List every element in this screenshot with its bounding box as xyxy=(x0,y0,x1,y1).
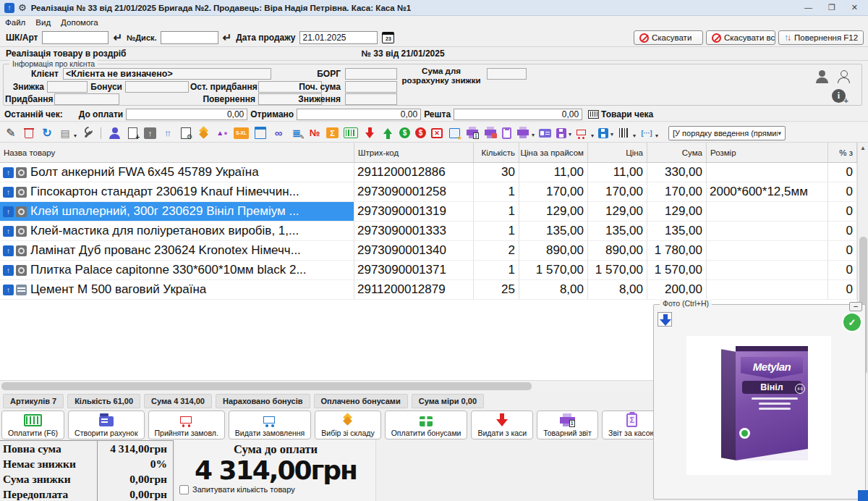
dollar-red-icon[interactable] xyxy=(415,127,426,138)
collapse-panel-button[interactable]: – xyxy=(849,302,862,311)
column-header[interactable]: % з xyxy=(828,143,857,163)
edit-icon[interactable] xyxy=(4,127,17,140)
doc-gear-icon[interactable] xyxy=(179,127,192,140)
ask-quantity-checkbox[interactable] xyxy=(179,485,189,494)
arrow-down-icon[interactable] xyxy=(363,127,376,140)
close-button[interactable]: ✕ xyxy=(851,3,858,12)
move-up-icon[interactable] xyxy=(3,167,14,178)
column-header[interactable]: Кількість xyxy=(474,143,519,163)
date-input[interactable]: 21.01.2025 xyxy=(299,31,378,44)
scroll-thumb[interactable] xyxy=(1,382,532,390)
move-up-icon[interactable] xyxy=(3,285,14,295)
disk-input[interactable] xyxy=(161,31,218,44)
table-row[interactable]: Ламінат Дуб прованс 230624 Kronotex Німе… xyxy=(0,241,857,261)
move-up-icon[interactable] xyxy=(3,265,14,276)
clipboard-menu-icon[interactable]: ▾ xyxy=(59,127,72,140)
double-up-icon[interactable] xyxy=(161,127,174,140)
card-icon[interactable] xyxy=(539,129,551,138)
cancel-button[interactable]: Скасувати xyxy=(634,30,703,45)
window-icon[interactable] xyxy=(254,127,267,140)
cancel-all-button[interactable]: Скасувати всі xyxy=(706,30,775,45)
num-icon[interactable] xyxy=(308,127,321,140)
sku-input[interactable] xyxy=(42,31,109,44)
layers-icon[interactable] xyxy=(197,127,210,140)
discount-field[interactable] xyxy=(47,81,88,93)
camera-icon[interactable] xyxy=(16,226,27,237)
action-button-layers[interactable]: Вибір зі складу xyxy=(315,411,380,439)
discount-calc-field[interactable] xyxy=(487,68,527,80)
minimize-button[interactable]: — xyxy=(804,3,812,12)
dots-menu-icon[interactable]: ▾ xyxy=(640,127,653,140)
printer-cal-icon[interactable] xyxy=(484,127,497,139)
barcode-menu-icon[interactable]: ▾ xyxy=(618,127,631,140)
printer-menu-icon[interactable]: ▾ xyxy=(516,127,529,139)
box-up-icon[interactable] xyxy=(144,127,156,139)
floppy-blue-menu-icon[interactable]: ▾ xyxy=(598,128,608,138)
action-button-cart-blue[interactable]: Видати замовлення xyxy=(229,411,312,439)
calendar-icon[interactable]: 23 xyxy=(382,32,394,43)
action-button-cart-red[interactable]: Прийняти замовл. xyxy=(148,411,225,439)
client-filled-icon[interactable] xyxy=(815,70,830,83)
action-button-printer[interactable]: Товарний звіт xyxy=(537,411,598,439)
table-row[interactable]: Цемент М 500 ваговий Україна291120001287… xyxy=(0,280,857,300)
x-red-icon[interactable] xyxy=(431,128,443,138)
clipboard-icon[interactable] xyxy=(502,127,511,139)
move-up-icon[interactable] xyxy=(3,226,14,237)
return-button[interactable]: ↑↓Повернення F12 xyxy=(778,30,864,45)
column-header[interactable]: Розмір xyxy=(707,143,828,163)
client-outline-icon[interactable] xyxy=(837,70,851,83)
cart-menu-icon[interactable]: ▾ xyxy=(576,127,589,140)
doc-add-icon[interactable] xyxy=(126,127,139,140)
menu-item-1[interactable]: Вид xyxy=(30,18,56,27)
menu-item-2[interactable]: Допомога xyxy=(56,18,103,27)
column-header[interactable]: Сума xyxy=(647,143,707,163)
printer-1-icon[interactable] xyxy=(466,127,479,139)
table-row[interactable]: Болт анкерний FWA 6x45 45789 Україна2911… xyxy=(0,163,857,182)
camera-icon[interactable] xyxy=(16,167,27,178)
column-header[interactable]: Назва товару xyxy=(0,143,354,163)
column-header[interactable]: Ціна за прайсом xyxy=(519,143,588,163)
table-row[interactable]: Клей шпалерний, 300г 230629 Вініл Преміу… xyxy=(0,202,857,222)
purchase-field[interactable] xyxy=(54,93,119,105)
camera-icon[interactable] xyxy=(16,265,27,276)
menu-item-0[interactable]: Файл xyxy=(0,18,30,27)
stack-icon[interactable] xyxy=(16,285,27,295)
reduced-field[interactable] xyxy=(345,93,397,105)
action-button-money[interactable]: Оплатити (F6) xyxy=(1,411,64,439)
handshake-icon[interactable] xyxy=(272,127,285,140)
action-button-gift[interactable]: Оплатити бонусами xyxy=(385,411,468,439)
action-button-down[interactable]: Видати з каси xyxy=(471,411,533,439)
barcode-frame-icon[interactable] xyxy=(344,127,358,138)
sxl-icon[interactable] xyxy=(234,127,249,139)
camera-icon[interactable] xyxy=(16,187,27,198)
move-up-icon[interactable] xyxy=(3,187,14,198)
table-row[interactable]: Клей-мастика для поліуретанових виробів,… xyxy=(0,222,857,241)
refresh-icon[interactable] xyxy=(41,127,54,140)
move-up-icon[interactable] xyxy=(3,206,14,217)
info-add-icon[interactable]: i xyxy=(832,89,846,103)
download-photo-button[interactable] xyxy=(658,312,672,327)
doc-star-icon[interactable] xyxy=(448,127,461,140)
camera-icon[interactable] xyxy=(16,245,27,256)
floppy-menu-icon[interactable]: ▾ xyxy=(556,128,566,138)
horizontal-scrollbar[interactable] xyxy=(0,380,653,391)
arrow-up-icon[interactable] xyxy=(381,127,394,140)
sigma-icon[interactable] xyxy=(326,127,339,138)
action-button-register[interactable]: Створити рахунок xyxy=(68,411,144,439)
start-sum-field[interactable] xyxy=(345,81,397,93)
bonuses-field[interactable] xyxy=(125,81,189,93)
trash-icon[interactable] xyxy=(22,127,35,140)
table-row[interactable]: Плитка Palace capitonne 330*600*10мм bla… xyxy=(0,261,857,280)
sort-order-select[interactable]: [У порядку введення (прямий)]▾ xyxy=(668,126,786,140)
column-header[interactable]: Ціна xyxy=(588,143,647,163)
person-icon[interactable] xyxy=(108,127,121,140)
move-up-icon[interactable] xyxy=(3,245,14,256)
dollar-green-icon[interactable] xyxy=(399,127,410,138)
client-value-field[interactable]: <Клієнта не визначено> xyxy=(63,68,271,80)
maximize-button[interactable]: ❐ xyxy=(828,3,835,12)
camera-icon[interactable] xyxy=(16,206,27,217)
wrench-icon[interactable] xyxy=(81,127,94,140)
table-row[interactable]: Гіпсокартон стандарт 230619 Knauf Німечч… xyxy=(0,182,857,202)
shapes-icon[interactable] xyxy=(216,127,229,140)
column-header[interactable]: Штрих-код xyxy=(354,143,474,163)
